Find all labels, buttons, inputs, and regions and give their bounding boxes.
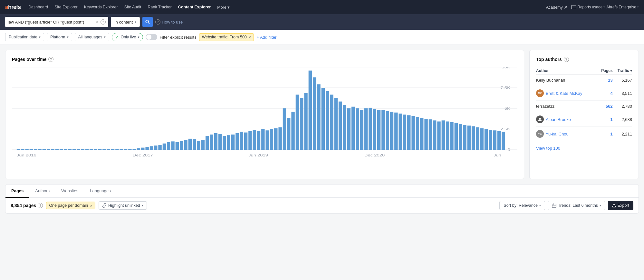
svg-rect-68 bbox=[257, 131, 260, 150]
svg-rect-114 bbox=[455, 123, 458, 150]
svg-rect-57 bbox=[210, 135, 213, 150]
enterprise-chevron: ▾ bbox=[637, 5, 639, 9]
search-input[interactable] bbox=[8, 20, 94, 25]
logo[interactable]: ahrefs bbox=[5, 4, 21, 11]
search-button[interactable] bbox=[142, 17, 153, 27]
platform-label: Platform bbox=[50, 35, 65, 39]
one-page-domain-tag: One page per domain × bbox=[46, 202, 95, 209]
reports-usage-label: Reports usage bbox=[577, 5, 602, 9]
tab-languages[interactable]: Languages bbox=[84, 185, 116, 198]
svg-text:Jun: Jun bbox=[494, 153, 501, 157]
svg-rect-77 bbox=[296, 95, 299, 150]
svg-rect-87 bbox=[339, 102, 342, 150]
svg-rect-35 bbox=[115, 149, 119, 150]
only-live-filter[interactable]: ✓ Only live ▾ bbox=[112, 33, 143, 41]
view-top-100-link[interactable]: View top 100 bbox=[536, 146, 632, 151]
how-to-use[interactable]: ? How to use bbox=[155, 19, 183, 25]
svg-rect-123 bbox=[493, 130, 496, 150]
add-filter-button[interactable]: + Add filter bbox=[256, 35, 276, 40]
svg-rect-31 bbox=[98, 149, 101, 150]
enterprise-button[interactable]: Ahrefs Enterprise ▾ bbox=[606, 5, 639, 9]
chart-help-icon[interactable]: ? bbox=[48, 57, 53, 62]
trends-button[interactable]: Trends: Last 6 months ▾ bbox=[548, 201, 605, 210]
pages-count-help-icon[interactable]: ? bbox=[38, 203, 43, 208]
nav-site-audit[interactable]: Site Audit bbox=[122, 4, 144, 11]
tab-authors[interactable]: Authors bbox=[29, 185, 55, 198]
website-traffic-filter-tag: Website traffic: From 500 × bbox=[199, 33, 254, 41]
tab-websites[interactable]: Websites bbox=[55, 185, 84, 198]
author-link-alban[interactable]: Alban Brooke bbox=[536, 115, 598, 123]
website-traffic-label: Website traffic: From 500 bbox=[202, 35, 247, 39]
svg-rect-16 bbox=[34, 149, 37, 150]
svg-rect-58 bbox=[214, 133, 217, 150]
highlight-unlinked-button[interactable]: Highlight unlinked ▾ bbox=[99, 201, 147, 210]
explicit-filter-toggle[interactable] bbox=[146, 34, 157, 40]
monitor-icon bbox=[571, 5, 576, 9]
svg-rect-95 bbox=[373, 109, 376, 150]
svg-rect-60 bbox=[223, 136, 226, 150]
nav-site-explorer[interactable]: Site Explorer bbox=[52, 4, 80, 11]
website-traffic-close-button[interactable]: × bbox=[249, 35, 251, 39]
search-in-dropdown[interactable]: In content ▾ bbox=[111, 17, 140, 27]
svg-rect-109 bbox=[433, 120, 436, 150]
svg-rect-85 bbox=[330, 95, 333, 150]
svg-rect-132 bbox=[552, 204, 556, 208]
author-row-kelly: Kelly Buchanan 13 5,167 bbox=[536, 75, 632, 86]
svg-rect-71 bbox=[270, 129, 273, 150]
highlight-unlinked-chevron: ▾ bbox=[142, 204, 143, 207]
top-authors-help-icon[interactable]: ? bbox=[564, 57, 569, 62]
sort-by-chevron: ▾ bbox=[539, 204, 541, 207]
svg-rect-29 bbox=[90, 149, 93, 150]
author-traffic-kelly: 5,167 bbox=[613, 75, 632, 86]
nav-keywords-explorer[interactable]: Keywords Explorer bbox=[82, 4, 120, 11]
svg-rect-53 bbox=[193, 139, 196, 150]
tab-pages[interactable]: Pages bbox=[5, 185, 29, 198]
author-pages-kelly: 13 bbox=[598, 75, 613, 86]
svg-rect-13 bbox=[21, 149, 24, 150]
svg-rect-72 bbox=[274, 128, 277, 150]
author-pages-brett: 4 bbox=[598, 86, 613, 101]
author-link-yukai[interactable]: YC Yu-kai Chou bbox=[536, 130, 598, 138]
all-languages-chevron: ▾ bbox=[104, 35, 106, 39]
reports-usage[interactable]: Reports usage ▾ bbox=[571, 5, 605, 9]
author-traffic-terrazetzz: 2,780 bbox=[613, 101, 632, 112]
svg-rect-73 bbox=[278, 127, 282, 150]
export-button[interactable]: Export bbox=[608, 201, 633, 210]
sort-by-button[interactable]: Sort by: Relevance ▾ bbox=[499, 201, 545, 210]
svg-rect-54 bbox=[197, 141, 200, 150]
nav-content-explorer[interactable]: Content Explorer bbox=[176, 4, 213, 11]
svg-rect-38 bbox=[128, 149, 131, 150]
svg-rect-32 bbox=[102, 149, 106, 150]
svg-rect-62 bbox=[231, 135, 235, 150]
svg-rect-33 bbox=[107, 149, 110, 150]
svg-rect-27 bbox=[81, 149, 84, 150]
nav-more[interactable]: More ▾ bbox=[215, 4, 232, 11]
platform-filter[interactable]: Platform ▾ bbox=[47, 33, 72, 41]
author-link-brett[interactable]: BK Brett & Kate McKay bbox=[536, 89, 598, 97]
svg-rect-69 bbox=[261, 129, 264, 150]
nav-academy[interactable]: Academy ↗ bbox=[543, 4, 570, 11]
nav-dashboard[interactable]: Dashboard bbox=[26, 4, 51, 11]
one-page-domain-close-button[interactable]: × bbox=[90, 204, 92, 208]
svg-rect-75 bbox=[287, 118, 290, 150]
how-to-use-icon: ? bbox=[155, 19, 160, 25]
svg-rect-89 bbox=[347, 108, 351, 150]
svg-rect-108 bbox=[429, 119, 432, 150]
svg-rect-14 bbox=[25, 149, 28, 150]
search-help-icon[interactable]: ? bbox=[101, 19, 106, 25]
svg-rect-63 bbox=[235, 133, 239, 150]
only-live-label: Only live bbox=[121, 35, 136, 39]
publication-date-filter[interactable]: Publication date ▾ bbox=[5, 33, 44, 41]
author-avatar-alban bbox=[536, 115, 544, 123]
tabs: Pages Authors Websites Languages bbox=[5, 185, 639, 198]
clear-search-button[interactable]: × bbox=[96, 20, 99, 24]
author-name-yukai: YC Yu-kai Chou bbox=[536, 127, 598, 141]
svg-rect-22 bbox=[60, 149, 63, 150]
search-in-chevron: ▾ bbox=[135, 20, 136, 24]
all-languages-filter[interactable]: All languages ▾ bbox=[75, 33, 109, 41]
reports-usage-chevron: ▾ bbox=[603, 5, 605, 9]
nav-rank-tracker[interactable]: Rank Tracker bbox=[145, 4, 174, 11]
pages-count: 8,854 pages ? bbox=[11, 203, 43, 208]
svg-rect-25 bbox=[72, 149, 76, 150]
svg-rect-67 bbox=[253, 130, 256, 150]
